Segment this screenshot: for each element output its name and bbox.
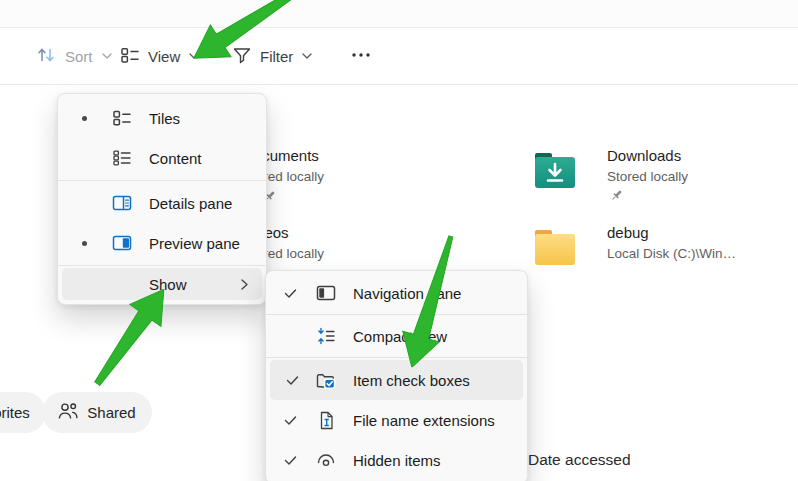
menu-item-content[interactable]: Content (58, 138, 266, 178)
preview-pane-icon (110, 234, 134, 252)
file-item-debug[interactable]: debug Local Disk (C:)\Win… (607, 223, 736, 262)
hidden-items-icon (314, 451, 338, 469)
checkmark-icon (266, 415, 314, 426)
file-item-downloads[interactable]: Downloads Stored locally (607, 146, 688, 185)
chevron-down-icon (102, 53, 112, 59)
file-subtitle: Local Disk (C:)\Win… (607, 245, 736, 262)
menu-item-label: Content (149, 150, 202, 167)
submenu-item-item-check-boxes[interactable]: Item check boxes (270, 360, 523, 400)
more-options-button[interactable] (342, 36, 380, 76)
sort-button[interactable]: Sort (28, 36, 120, 76)
menu-item-label: Tiles (149, 110, 180, 127)
menu-item-label: Preview pane (149, 235, 240, 252)
file-name-extensions-icon (314, 411, 338, 430)
favorites-pivot-label: Favorites (0, 404, 30, 421)
tiles-icon (110, 109, 134, 127)
submenu-item-label: Hidden items (353, 452, 441, 469)
file-name: Downloads (607, 146, 688, 165)
radio-bullet-icon (82, 241, 87, 246)
navigation-pane-icon (314, 284, 338, 302)
shared-pivot-label: Shared (87, 404, 135, 421)
filter-button-label: Filter (260, 48, 293, 65)
downloads-folder-icon (534, 151, 576, 195)
menu-item-preview-pane[interactable]: Preview pane (58, 223, 266, 263)
menu-separator (266, 314, 527, 315)
menu-item-label: Details pane (149, 195, 232, 212)
date-accessed-column-header[interactable]: Date accessed (528, 451, 631, 469)
radio-bullet-icon (82, 116, 87, 121)
tiles-view-icon (120, 46, 140, 67)
address-bar-strip (0, 0, 798, 28)
checkmark-icon (266, 455, 314, 466)
command-bar: Sort View Filter (0, 28, 798, 85)
chevron-right-icon (241, 279, 248, 290)
favorites-pivot-button[interactable]: Favorites (0, 392, 46, 433)
content-icon (110, 149, 134, 167)
checkmark-icon (270, 375, 314, 386)
file-subtitle: Stored locally (607, 168, 688, 185)
submenu-item-label: Item check boxes (353, 372, 470, 389)
people-icon (58, 402, 78, 423)
view-dropdown-menu: Tiles Content Details pane (57, 93, 267, 305)
menu-item-details-pane[interactable]: Details pane (58, 183, 266, 223)
pin-icon (609, 188, 624, 207)
menu-separator (58, 180, 266, 181)
submenu-item-hidden-items[interactable]: Hidden items (266, 440, 527, 480)
details-pane-icon (110, 194, 134, 212)
menu-separator (58, 265, 266, 266)
submenu-item-navigation-pane[interactable]: Navigation pane (266, 274, 527, 312)
checkmark-icon (266, 288, 314, 299)
sort-button-label: Sort (65, 48, 93, 65)
chevron-down-icon (302, 53, 312, 59)
submenu-item-label: File name extensions (353, 412, 495, 429)
menu-item-tiles[interactable]: Tiles (58, 98, 266, 138)
sort-arrows-icon (36, 46, 57, 67)
item-check-boxes-icon (314, 371, 338, 390)
view-button-label: View (148, 48, 180, 65)
file-name: debug (607, 223, 736, 242)
show-submenu: Navigation pane Compact view Item check … (265, 270, 528, 481)
ellipsis-icon (350, 46, 372, 67)
shared-pivot-button[interactable]: Shared (42, 392, 152, 433)
debug-folder-icon (534, 228, 576, 272)
submenu-item-file-name-extensions[interactable]: File name extensions (266, 400, 527, 440)
compact-view-icon (314, 327, 338, 345)
